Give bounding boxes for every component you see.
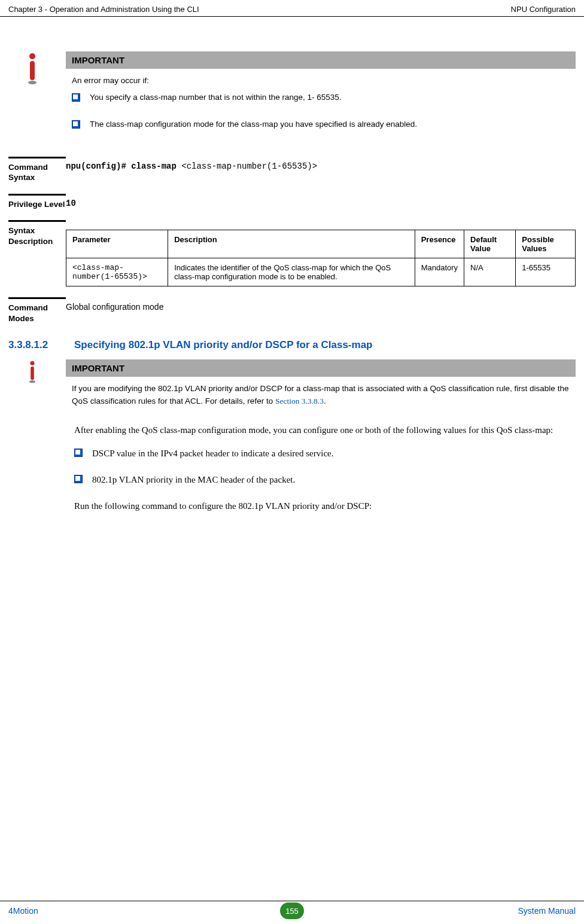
privilege-level-label: Privilege Level bbox=[8, 194, 66, 210]
important-title-1: IMPORTANT bbox=[66, 51, 576, 69]
col-default: Default Value bbox=[464, 230, 516, 258]
bullet-item: DSCP value in the IPv4 packet header to … bbox=[74, 446, 576, 461]
col-description: Description bbox=[168, 230, 415, 258]
syntax-table: Parameter Description Presence Default V… bbox=[66, 230, 576, 286]
cell-description: Indicates the identifier of the QoS clas… bbox=[168, 258, 415, 286]
command-syntax-value: npu(config)# class-map <class-map-number… bbox=[66, 157, 576, 183]
footer-right: System Manual bbox=[518, 906, 576, 916]
table-row: <class-map-number(1-65535)> Indicates th… bbox=[66, 258, 576, 286]
svg-rect-1 bbox=[30, 61, 35, 80]
syntax-description-row: Syntax Description Parameter Description… bbox=[8, 220, 576, 286]
col-possible: Possible Values bbox=[516, 230, 576, 258]
command-modes-value: Global configuration mode bbox=[66, 297, 576, 324]
svg-point-0 bbox=[29, 53, 35, 59]
privilege-level-value: 10 bbox=[66, 194, 576, 210]
command-modes-row: Command Modes Global configuration mode bbox=[8, 297, 576, 324]
page-number: 155 bbox=[280, 902, 304, 919]
important2-text-part2: . bbox=[324, 397, 326, 405]
important-content-2: IMPORTANT If you are modifying the 802.1… bbox=[66, 359, 576, 412]
header-left: Chapter 3 - Operation and Administration… bbox=[8, 5, 199, 14]
important-text-2: If you are modifying the 802.1p VLAN pri… bbox=[66, 377, 576, 412]
cmd-bold: npu(config)# class-map bbox=[66, 161, 177, 171]
important-title-2: IMPORTANT bbox=[66, 359, 576, 377]
svg-rect-4 bbox=[31, 367, 34, 380]
privilege-level-row: Privilege Level 10 bbox=[8, 194, 576, 210]
syntax-description-label: Syntax Description bbox=[8, 220, 66, 286]
body-paragraph-2: Run the following command to configure t… bbox=[74, 499, 576, 514]
svg-point-2 bbox=[28, 81, 36, 84]
body-bullets: DSCP value in the IPv4 packet header to … bbox=[74, 446, 576, 487]
important-intro-1: An error may occur if: bbox=[66, 69, 576, 92]
page-content: IMPORTANT An error may occur if: You spe… bbox=[0, 17, 584, 514]
footer-center: 155 bbox=[280, 902, 304, 919]
section-heading: 3.3.8.1.2 Specifying 802.1p VLAN priorit… bbox=[8, 339, 576, 351]
info-icon bbox=[8, 359, 66, 412]
cell-presence: Mandatory bbox=[415, 258, 464, 286]
body-paragraph-1: After enabling the QoS class-map configu… bbox=[74, 423, 576, 438]
section-link[interactable]: Section 3.3.8.3 bbox=[275, 397, 324, 405]
command-syntax-label: Command Syntax bbox=[8, 157, 66, 183]
cmd-rest: <class-map-number(1-65535)> bbox=[177, 161, 317, 171]
page-header: Chapter 3 - Operation and Administration… bbox=[0, 0, 584, 17]
command-modes-label: Command Modes bbox=[8, 297, 66, 324]
bullet-item: The class-map configuration mode for the… bbox=[72, 118, 570, 130]
bullet-item: You specify a class-map number that is n… bbox=[72, 92, 570, 103]
cell-parameter: <class-map-number(1-65535)> bbox=[66, 258, 168, 286]
col-presence: Presence bbox=[415, 230, 464, 258]
svg-point-3 bbox=[30, 361, 34, 365]
cell-default: N/A bbox=[464, 258, 516, 286]
cell-possible: 1-65535 bbox=[516, 258, 576, 286]
bullet-item: 802.1p VLAN priority in the MAC header o… bbox=[74, 472, 576, 487]
important-bullets-1: You specify a class-map number that is n… bbox=[66, 92, 576, 130]
important-block-2: IMPORTANT If you are modifying the 802.1… bbox=[8, 359, 576, 412]
header-right: NPU Configuration bbox=[511, 5, 576, 14]
table-header-row: Parameter Description Presence Default V… bbox=[66, 230, 576, 258]
syntax-description-content: Parameter Description Presence Default V… bbox=[66, 220, 576, 286]
col-parameter: Parameter bbox=[66, 230, 168, 258]
info-icon bbox=[8, 51, 66, 145]
footer-left: 4Motion bbox=[8, 906, 38, 916]
important-content-1: IMPORTANT An error may occur if: You spe… bbox=[66, 51, 576, 145]
command-syntax-row: Command Syntax npu(config)# class-map <c… bbox=[8, 157, 576, 183]
page-footer: 4Motion 155 System Manual bbox=[0, 901, 584, 924]
important-block-1: IMPORTANT An error may occur if: You spe… bbox=[8, 51, 576, 145]
section-number: 3.3.8.1.2 bbox=[8, 339, 74, 351]
svg-point-5 bbox=[29, 381, 35, 383]
section-title: Specifying 802.1p VLAN priority and/or D… bbox=[74, 339, 576, 351]
